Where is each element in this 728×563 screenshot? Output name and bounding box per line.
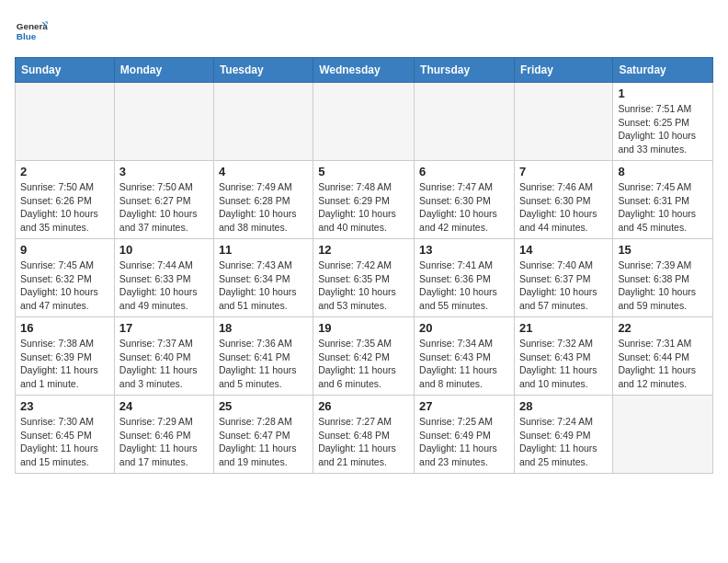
day-number: 18 (219, 321, 308, 335)
week-row-2: 2Sunrise: 7:50 AM Sunset: 6:26 PM Daylig… (16, 161, 713, 239)
week-row-4: 16Sunrise: 7:38 AM Sunset: 6:39 PM Dayli… (16, 317, 713, 396)
day-number: 5 (318, 165, 409, 178)
day-cell: 6Sunrise: 7:47 AM Sunset: 6:30 PM Daylig… (415, 161, 515, 239)
day-cell: 21Sunrise: 7:32 AM Sunset: 6:43 PM Dayli… (514, 317, 612, 396)
week-row-1: 1Sunrise: 7:51 AM Sunset: 6:25 PM Daylig… (16, 83, 713, 161)
day-number: 13 (419, 243, 509, 257)
day-cell: 14Sunrise: 7:40 AM Sunset: 6:37 PM Dayli… (514, 239, 612, 317)
day-info: Sunrise: 7:42 AM Sunset: 6:35 PM Dayligh… (318, 259, 409, 313)
day-cell: 5Sunrise: 7:48 AM Sunset: 6:29 PM Daylig… (313, 161, 415, 239)
day-number: 17 (119, 321, 209, 335)
day-info: Sunrise: 7:45 AM Sunset: 6:31 PM Dayligh… (618, 180, 708, 235)
day-info: Sunrise: 7:36 AM Sunset: 6:41 PM Dayligh… (219, 337, 308, 391)
day-number: 11 (219, 243, 308, 257)
day-cell: 4Sunrise: 7:49 AM Sunset: 6:28 PM Daylig… (213, 161, 313, 239)
day-number: 14 (519, 243, 608, 257)
day-cell: 13Sunrise: 7:41 AM Sunset: 6:36 PM Dayli… (415, 239, 515, 317)
day-cell: 24Sunrise: 7:29 AM Sunset: 6:46 PM Dayli… (114, 396, 213, 474)
day-cell: 25Sunrise: 7:28 AM Sunset: 6:47 PM Dayli… (213, 396, 313, 474)
day-cell (213, 83, 313, 161)
day-number: 25 (219, 399, 308, 413)
day-cell (514, 83, 612, 161)
calendar: SundayMondayTuesdayWednesdayThursdayFrid… (15, 57, 713, 474)
col-header-monday: Monday (114, 58, 213, 83)
day-number: 22 (618, 321, 708, 335)
logo-icon: General Blue (15, 15, 48, 48)
day-info: Sunrise: 7:39 AM Sunset: 6:38 PM Dayligh… (618, 259, 708, 313)
day-number: 1 (618, 86, 708, 100)
day-info: Sunrise: 7:38 AM Sunset: 6:39 PM Dayligh… (20, 337, 109, 391)
calendar-header-row: SundayMondayTuesdayWednesdayThursdayFrid… (16, 58, 713, 83)
day-cell (16, 83, 115, 161)
day-cell: 26Sunrise: 7:27 AM Sunset: 6:48 PM Dayli… (313, 396, 415, 474)
day-info: Sunrise: 7:49 AM Sunset: 6:28 PM Dayligh… (219, 180, 308, 235)
day-number: 12 (318, 243, 409, 257)
day-cell: 16Sunrise: 7:38 AM Sunset: 6:39 PM Dayli… (16, 317, 115, 396)
day-cell: 3Sunrise: 7:50 AM Sunset: 6:27 PM Daylig… (114, 161, 213, 239)
day-info: Sunrise: 7:48 AM Sunset: 6:29 PM Dayligh… (318, 180, 409, 235)
day-info: Sunrise: 7:47 AM Sunset: 6:30 PM Dayligh… (419, 180, 509, 235)
day-number: 26 (318, 399, 409, 413)
day-info: Sunrise: 7:43 AM Sunset: 6:34 PM Dayligh… (219, 259, 308, 313)
day-info: Sunrise: 7:40 AM Sunset: 6:37 PM Dayligh… (519, 259, 608, 313)
header: General Blue (15, 15, 713, 48)
day-cell: 7Sunrise: 7:46 AM Sunset: 6:30 PM Daylig… (514, 161, 612, 239)
day-cell: 17Sunrise: 7:37 AM Sunset: 6:40 PM Dayli… (114, 317, 213, 396)
day-cell: 15Sunrise: 7:39 AM Sunset: 6:38 PM Dayli… (613, 239, 713, 317)
day-info: Sunrise: 7:25 AM Sunset: 6:49 PM Dayligh… (419, 415, 509, 469)
day-info: Sunrise: 7:50 AM Sunset: 6:26 PM Dayligh… (20, 180, 109, 235)
day-number: 16 (20, 321, 109, 335)
day-cell: 9Sunrise: 7:45 AM Sunset: 6:32 PM Daylig… (16, 239, 115, 317)
day-number: 28 (519, 399, 608, 413)
day-info: Sunrise: 7:50 AM Sunset: 6:27 PM Dayligh… (119, 180, 209, 235)
day-number: 15 (618, 243, 708, 257)
day-cell: 12Sunrise: 7:42 AM Sunset: 6:35 PM Dayli… (313, 239, 415, 317)
day-info: Sunrise: 7:24 AM Sunset: 6:49 PM Dayligh… (519, 415, 608, 469)
day-number: 20 (419, 321, 509, 335)
day-cell: 18Sunrise: 7:36 AM Sunset: 6:41 PM Dayli… (213, 317, 313, 396)
col-header-tuesday: Tuesday (213, 58, 313, 83)
day-number: 19 (318, 321, 409, 335)
day-cell: 11Sunrise: 7:43 AM Sunset: 6:34 PM Dayli… (213, 239, 313, 317)
day-cell: 23Sunrise: 7:30 AM Sunset: 6:45 PM Dayli… (16, 396, 115, 474)
col-header-friday: Friday (514, 58, 612, 83)
day-number: 6 (419, 165, 509, 178)
day-info: Sunrise: 7:27 AM Sunset: 6:48 PM Dayligh… (318, 415, 409, 469)
day-number: 4 (219, 165, 308, 178)
day-info: Sunrise: 7:32 AM Sunset: 6:43 PM Dayligh… (519, 337, 608, 391)
col-header-thursday: Thursday (415, 58, 515, 83)
day-cell (313, 83, 415, 161)
day-info: Sunrise: 7:34 AM Sunset: 6:43 PM Dayligh… (419, 337, 509, 391)
day-info: Sunrise: 7:28 AM Sunset: 6:47 PM Dayligh… (219, 415, 308, 469)
day-info: Sunrise: 7:35 AM Sunset: 6:42 PM Dayligh… (318, 337, 409, 391)
day-cell (415, 83, 515, 161)
col-header-sunday: Sunday (16, 58, 115, 83)
day-number: 2 (20, 165, 109, 178)
day-info: Sunrise: 7:45 AM Sunset: 6:32 PM Dayligh… (20, 259, 109, 313)
day-cell: 28Sunrise: 7:24 AM Sunset: 6:49 PM Dayli… (514, 396, 612, 474)
day-cell: 2Sunrise: 7:50 AM Sunset: 6:26 PM Daylig… (16, 161, 115, 239)
day-number: 8 (618, 165, 708, 178)
col-header-saturday: Saturday (613, 58, 713, 83)
week-row-5: 23Sunrise: 7:30 AM Sunset: 6:45 PM Dayli… (16, 396, 713, 474)
day-info: Sunrise: 7:46 AM Sunset: 6:30 PM Dayligh… (519, 180, 608, 235)
day-info: Sunrise: 7:29 AM Sunset: 6:46 PM Dayligh… (119, 415, 209, 469)
week-row-3: 9Sunrise: 7:45 AM Sunset: 6:32 PM Daylig… (16, 239, 713, 317)
svg-text:Blue: Blue (17, 31, 37, 41)
day-number: 10 (119, 243, 209, 257)
day-number: 23 (20, 399, 109, 413)
day-info: Sunrise: 7:30 AM Sunset: 6:45 PM Dayligh… (20, 415, 109, 469)
day-number: 7 (519, 165, 608, 178)
day-cell: 8Sunrise: 7:45 AM Sunset: 6:31 PM Daylig… (613, 161, 713, 239)
day-cell: 10Sunrise: 7:44 AM Sunset: 6:33 PM Dayli… (114, 239, 213, 317)
day-number: 21 (519, 321, 608, 335)
logo: General Blue (15, 15, 48, 48)
day-number: 3 (119, 165, 209, 178)
day-info: Sunrise: 7:37 AM Sunset: 6:40 PM Dayligh… (119, 337, 209, 391)
day-info: Sunrise: 7:31 AM Sunset: 6:44 PM Dayligh… (618, 337, 708, 391)
day-cell: 1Sunrise: 7:51 AM Sunset: 6:25 PM Daylig… (613, 83, 713, 161)
day-info: Sunrise: 7:41 AM Sunset: 6:36 PM Dayligh… (419, 259, 509, 313)
day-cell: 22Sunrise: 7:31 AM Sunset: 6:44 PM Dayli… (613, 317, 713, 396)
day-info: Sunrise: 7:51 AM Sunset: 6:25 PM Dayligh… (618, 102, 708, 156)
day-cell: 27Sunrise: 7:25 AM Sunset: 6:49 PM Dayli… (415, 396, 515, 474)
